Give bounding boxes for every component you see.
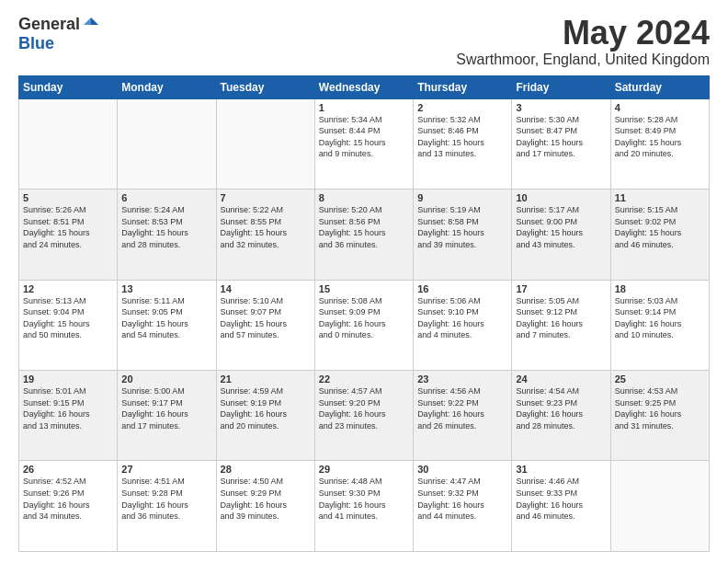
day-number: 21: [221, 373, 311, 385]
table-row: 2Sunrise: 5:32 AM Sunset: 8:46 PM Daylig…: [414, 98, 512, 189]
day-number: 14: [221, 283, 311, 294]
calendar-week-row: 1Sunrise: 5:34 AM Sunset: 8:44 PM Daylig…: [19, 98, 710, 189]
day-info: Sunrise: 4:56 AM Sunset: 9:22 PM Dayligh…: [417, 385, 507, 431]
day-number: 7: [221, 192, 311, 203]
table-row: 30Sunrise: 4:47 AM Sunset: 9:32 PM Dayli…: [414, 461, 512, 552]
day-number: 3: [516, 102, 606, 113]
day-number: 18: [615, 283, 705, 294]
table-row: 28Sunrise: 4:50 AM Sunset: 9:29 PM Dayli…: [216, 461, 314, 552]
day-number: 28: [221, 464, 311, 475]
table-row: 15Sunrise: 5:08 AM Sunset: 9:09 PM Dayli…: [314, 280, 413, 370]
calendar-week-row: 12Sunrise: 5:13 AM Sunset: 9:04 PM Dayli…: [19, 280, 710, 370]
day-info: Sunrise: 4:54 AM Sunset: 9:23 PM Dayligh…: [516, 385, 606, 431]
month-title: May 2024: [456, 15, 710, 52]
day-info: Sunrise: 5:19 AM Sunset: 8:58 PM Dayligh…: [417, 204, 507, 250]
page: General Blue May 2024 Swarthmoor, Englan…: [0, 0, 728, 563]
day-number: 17: [516, 283, 606, 294]
day-number: 1: [319, 102, 409, 113]
header-sunday: Sunday: [19, 75, 118, 98]
day-info: Sunrise: 5:15 AM Sunset: 9:02 PM Dayligh…: [615, 204, 705, 250]
table-row: 9Sunrise: 5:19 AM Sunset: 8:58 PM Daylig…: [414, 190, 512, 280]
day-info: Sunrise: 5:34 AM Sunset: 8:44 PM Dayligh…: [319, 114, 409, 160]
header: General Blue May 2024 Swarthmoor, Englan…: [18, 15, 710, 68]
day-number: 16: [417, 283, 507, 294]
day-info: Sunrise: 4:57 AM Sunset: 9:20 PM Dayligh…: [319, 385, 409, 431]
day-info: Sunrise: 5:22 AM Sunset: 8:55 PM Dayligh…: [221, 204, 311, 250]
day-info: Sunrise: 4:50 AM Sunset: 9:29 PM Dayligh…: [221, 476, 311, 522]
day-number: 31: [516, 464, 606, 475]
table-row: 3Sunrise: 5:30 AM Sunset: 8:47 PM Daylig…: [512, 98, 610, 189]
table-row: 13Sunrise: 5:11 AM Sunset: 9:05 PM Dayli…: [118, 280, 216, 370]
table-row: 22Sunrise: 4:57 AM Sunset: 9:20 PM Dayli…: [314, 371, 413, 461]
table-row: 16Sunrise: 5:06 AM Sunset: 9:10 PM Dayli…: [414, 280, 512, 370]
table-row: 12Sunrise: 5:13 AM Sunset: 9:04 PM Dayli…: [19, 280, 118, 370]
table-row: 29Sunrise: 4:48 AM Sunset: 9:30 PM Dayli…: [314, 461, 413, 552]
table-row: 1Sunrise: 5:34 AM Sunset: 8:44 PM Daylig…: [314, 98, 413, 189]
day-number: 23: [417, 373, 507, 385]
title-block: May 2024 Swarthmoor, England, United Kin…: [456, 15, 710, 68]
day-info: Sunrise: 5:13 AM Sunset: 9:04 PM Dayligh…: [23, 295, 113, 341]
table-row: 8Sunrise: 5:20 AM Sunset: 8:56 PM Daylig…: [314, 190, 413, 280]
day-info: Sunrise: 4:53 AM Sunset: 9:25 PM Dayligh…: [615, 385, 705, 431]
day-info: Sunrise: 4:59 AM Sunset: 9:19 PM Dayligh…: [221, 385, 311, 431]
header-thursday: Thursday: [414, 75, 512, 98]
day-info: Sunrise: 5:30 AM Sunset: 8:47 PM Dayligh…: [516, 114, 606, 160]
day-info: Sunrise: 5:17 AM Sunset: 9:00 PM Dayligh…: [516, 204, 606, 250]
day-info: Sunrise: 5:08 AM Sunset: 9:09 PM Dayligh…: [319, 295, 409, 341]
day-info: Sunrise: 5:20 AM Sunset: 8:56 PM Dayligh…: [319, 204, 409, 250]
table-row: [216, 98, 314, 189]
day-info: Sunrise: 4:46 AM Sunset: 9:33 PM Dayligh…: [516, 476, 606, 522]
day-number: 12: [23, 283, 113, 294]
table-row: 27Sunrise: 4:51 AM Sunset: 9:28 PM Dayli…: [118, 461, 216, 552]
calendar-week-row: 19Sunrise: 5:01 AM Sunset: 9:15 PM Dayli…: [19, 371, 710, 461]
day-number: 15: [319, 283, 409, 294]
logo-blue-text: Blue: [18, 34, 54, 52]
table-row: 31Sunrise: 4:46 AM Sunset: 9:33 PM Dayli…: [512, 461, 610, 552]
table-row: 21Sunrise: 4:59 AM Sunset: 9:19 PM Dayli…: [216, 371, 314, 461]
day-number: 11: [615, 192, 705, 203]
calendar-week-row: 5Sunrise: 5:26 AM Sunset: 8:51 PM Daylig…: [19, 190, 710, 280]
table-row: [610, 461, 709, 552]
day-info: Sunrise: 4:52 AM Sunset: 9:26 PM Dayligh…: [23, 476, 113, 522]
table-row: 14Sunrise: 5:10 AM Sunset: 9:07 PM Dayli…: [216, 280, 314, 370]
day-number: 29: [319, 464, 409, 475]
day-number: 2: [417, 102, 507, 113]
header-friday: Friday: [512, 75, 610, 98]
table-row: 4Sunrise: 5:28 AM Sunset: 8:49 PM Daylig…: [610, 98, 709, 189]
day-number: 10: [516, 192, 606, 203]
day-info: Sunrise: 4:47 AM Sunset: 9:32 PM Dayligh…: [417, 476, 507, 522]
day-number: 19: [23, 373, 113, 385]
day-info: Sunrise: 5:00 AM Sunset: 9:17 PM Dayligh…: [121, 385, 211, 431]
table-row: 20Sunrise: 5:00 AM Sunset: 9:17 PM Dayli…: [118, 371, 216, 461]
day-info: Sunrise: 5:01 AM Sunset: 9:15 PM Dayligh…: [23, 385, 113, 431]
day-info: Sunrise: 4:48 AM Sunset: 9:30 PM Dayligh…: [319, 476, 409, 522]
table-row: 11Sunrise: 5:15 AM Sunset: 9:02 PM Dayli…: [610, 190, 709, 280]
day-number: 27: [121, 464, 211, 475]
table-row: 25Sunrise: 4:53 AM Sunset: 9:25 PM Dayli…: [610, 371, 709, 461]
day-number: 8: [319, 192, 409, 203]
calendar-header-row: Sunday Monday Tuesday Wednesday Thursday…: [19, 75, 710, 98]
table-row: 17Sunrise: 5:05 AM Sunset: 9:12 PM Dayli…: [512, 280, 610, 370]
table-row: [19, 98, 118, 189]
day-info: Sunrise: 5:03 AM Sunset: 9:14 PM Dayligh…: [615, 295, 705, 341]
day-number: 25: [615, 373, 705, 385]
header-tuesday: Tuesday: [216, 75, 314, 98]
table-row: 7Sunrise: 5:22 AM Sunset: 8:55 PM Daylig…: [216, 190, 314, 280]
day-number: 30: [417, 464, 507, 475]
day-info: Sunrise: 5:11 AM Sunset: 9:05 PM Dayligh…: [121, 295, 211, 341]
calendar-week-row: 26Sunrise: 4:52 AM Sunset: 9:26 PM Dayli…: [19, 461, 710, 552]
day-info: Sunrise: 5:26 AM Sunset: 8:51 PM Dayligh…: [23, 204, 113, 250]
day-number: 20: [121, 373, 211, 385]
header-wednesday: Wednesday: [314, 75, 413, 98]
header-saturday: Saturday: [610, 75, 709, 98]
day-info: Sunrise: 5:28 AM Sunset: 8:49 PM Dayligh…: [615, 114, 705, 160]
calendar-table: Sunday Monday Tuesday Wednesday Thursday…: [18, 75, 710, 552]
table-row: 24Sunrise: 4:54 AM Sunset: 9:23 PM Dayli…: [512, 371, 610, 461]
day-number: 4: [615, 102, 705, 113]
table-row: 23Sunrise: 4:56 AM Sunset: 9:22 PM Dayli…: [414, 371, 512, 461]
day-info: Sunrise: 5:06 AM Sunset: 9:10 PM Dayligh…: [417, 295, 507, 341]
logo-icon: [82, 16, 100, 34]
logo: General Blue: [18, 15, 100, 53]
day-info: Sunrise: 5:24 AM Sunset: 8:53 PM Dayligh…: [121, 204, 211, 250]
day-number: 13: [121, 283, 211, 294]
